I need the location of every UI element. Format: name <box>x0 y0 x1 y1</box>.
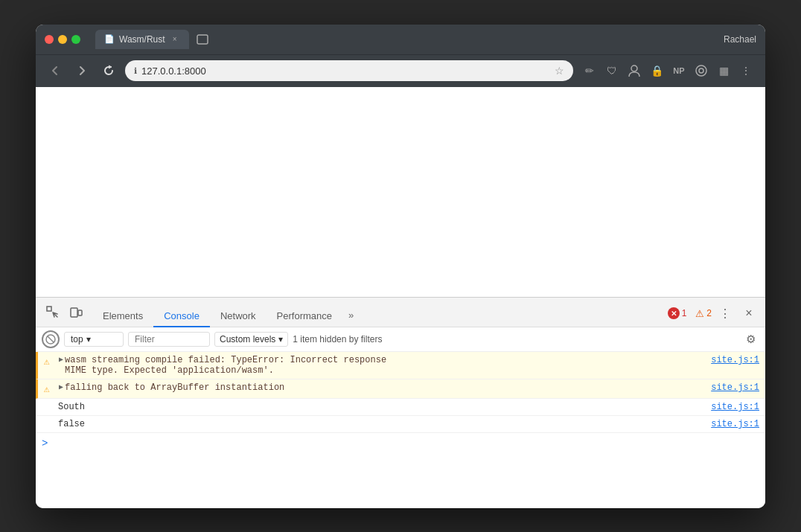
title-bar: 📄 Wasm/Rust × Rachael <box>36 25 765 54</box>
devtools-close-button[interactable]: × <box>738 303 759 324</box>
browser-tab[interactable]: 📄 Wasm/Rust × <box>95 30 189 49</box>
page-content <box>36 87 765 298</box>
custom-levels-select[interactable]: Custom levels ▾ <box>214 332 288 347</box>
menu-icon[interactable]: ⋮ <box>735 60 756 81</box>
svg-rect-6 <box>78 310 82 315</box>
tab-console[interactable]: Console <box>153 306 210 327</box>
edit-icon[interactable]: ✏ <box>579 60 600 81</box>
forward-button[interactable] <box>71 60 92 81</box>
msg-text-1: falling back to ArrayBuffer instantiatio… <box>65 382 705 393</box>
context-arrow: ▾ <box>86 334 91 344</box>
svg-rect-0 <box>197 35 208 44</box>
devtools-right-actions: ✕ 1 ⚠ 2 ⋮ × <box>668 303 759 327</box>
msg-text-0: wasm streaming compile failed: TypeError… <box>65 355 705 376</box>
expand-icon-1[interactable]: ▶ <box>59 382 63 391</box>
address-text: 127.0.0.1:8000 <box>141 65 550 77</box>
msg-source-2[interactable]: site.js:1 <box>711 402 759 412</box>
svg-rect-4 <box>47 307 51 311</box>
msg-text-2: South <box>58 402 705 412</box>
new-tab-button[interactable] <box>192 29 213 50</box>
console-toolbar: top ▾ Custom levels ▾ 1 item hidden by f… <box>36 327 765 352</box>
warn-icon-1: ⚠ <box>44 383 56 395</box>
reload-button[interactable] <box>98 60 119 81</box>
svg-rect-5 <box>71 308 77 317</box>
msg-source-3[interactable]: site.js:1 <box>711 419 759 429</box>
error-badge: ✕ 1 <box>668 307 687 319</box>
nav-bar: ℹ 127.0.0.1:8000 ☆ ✏ 🛡 🔒 NP ▦ ⋮ <box>36 54 765 87</box>
profile-icon[interactable] <box>624 60 645 81</box>
nav-actions: ✏ 🛡 🔒 NP ▦ ⋮ <box>579 60 756 81</box>
prompt-arrow: > <box>42 438 48 449</box>
svg-point-3 <box>699 68 703 73</box>
svg-point-2 <box>696 65 706 76</box>
bookmark-icon[interactable]: ☆ <box>555 65 564 77</box>
console-message-0: ⚠ ▶ wasm streaming compile failed: TypeE… <box>36 352 765 379</box>
warn-badge: ⚠ 2 <box>695 308 712 319</box>
devtools-left-icons <box>42 301 86 327</box>
tab-performance[interactable]: Performance <box>267 306 342 327</box>
error-count: 1 <box>682 308 687 318</box>
svg-line-8 <box>48 336 54 342</box>
device-toggle-icon[interactable] <box>66 301 86 322</box>
lock-icon: ℹ <box>134 66 137 76</box>
tab-network[interactable]: Network <box>210 306 267 327</box>
browser-window: 📄 Wasm/Rust × Rachael ℹ 127.0.0.1:8000 ☆ <box>36 25 765 508</box>
console-messages: ⚠ ▶ wasm streaming compile failed: TypeE… <box>36 352 765 508</box>
tab-bar: 📄 Wasm/Rust × <box>95 29 718 50</box>
chrome-icon[interactable] <box>691 60 712 81</box>
traffic-lights <box>45 35 80 44</box>
console-message-3: false site.js:1 <box>36 416 765 433</box>
msg-text-3: false <box>58 419 705 429</box>
more-tabs-button[interactable]: » <box>342 305 360 327</box>
filter-input[interactable] <box>128 332 210 347</box>
block-messages-button[interactable] <box>42 330 60 348</box>
console-message-2: South site.js:1 <box>36 399 765 416</box>
svg-point-1 <box>631 65 637 71</box>
element-picker-icon[interactable] <box>42 301 63 322</box>
shield-icon[interactable]: 🛡 <box>601 60 622 81</box>
custom-levels-label: Custom levels <box>220 334 275 344</box>
lock-icon[interactable]: 🔒 <box>646 60 667 81</box>
expand-icon-0[interactable]: ▶ <box>59 355 63 364</box>
back-button[interactable] <box>45 60 66 81</box>
devtools: Elements Console Network Performance » ✕… <box>36 297 765 508</box>
context-value: top <box>71 334 83 344</box>
devtools-tab-bar: Elements Console Network Performance » ✕… <box>36 298 765 327</box>
hidden-items-text: 1 item hidden by filters <box>293 334 737 344</box>
msg-source-0[interactable]: site.js:1 <box>711 355 759 365</box>
tab-elements[interactable]: Elements <box>92 306 153 327</box>
warn-icon: ⚠ <box>695 308 704 319</box>
tab-page-icon: 📄 <box>104 34 115 44</box>
error-icon: ✕ <box>668 307 680 319</box>
close-button[interactable] <box>45 35 54 44</box>
minimize-button[interactable] <box>58 35 67 44</box>
np-extension-icon[interactable]: NP <box>668 60 689 81</box>
context-selector[interactable]: top ▾ <box>64 332 124 347</box>
address-bar[interactable]: ℹ 127.0.0.1:8000 ☆ <box>125 60 573 81</box>
maximize-button[interactable] <box>71 35 80 44</box>
extensions-icon[interactable]: ▦ <box>713 60 734 81</box>
msg-source-1[interactable]: site.js:1 <box>711 382 759 393</box>
console-message-1: ⚠ ▶ falling back to ArrayBuffer instanti… <box>36 379 765 399</box>
tab-title: Wasm/Rust <box>119 34 165 45</box>
console-prompt[interactable]: > <box>36 433 765 454</box>
warn-count: 2 <box>706 308 712 318</box>
custom-levels-arrow: ▾ <box>278 334 283 344</box>
devtools-kebab-button[interactable]: ⋮ <box>715 303 735 324</box>
window-title: Rachael <box>724 34 756 45</box>
tab-close-button[interactable]: × <box>170 34 180 45</box>
console-settings-button[interactable]: ⚙ <box>741 330 759 348</box>
warn-icon-0: ⚠ <box>44 356 56 368</box>
